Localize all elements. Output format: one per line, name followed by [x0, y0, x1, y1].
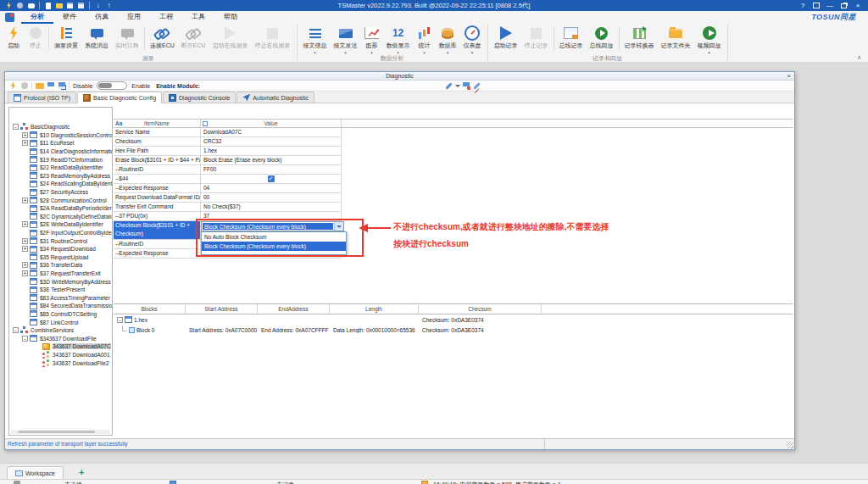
value-cell[interactable]: CRC32	[201, 137, 342, 147]
tree-item[interactable]: + $36 TransferData	[9, 261, 112, 270]
value-cell[interactable]: DownloadA07C	[201, 128, 342, 137]
toolbar-icon[interactable]	[8, 81, 19, 91]
tree-item[interactable]: $24 ReadScalingDataByIdentifier	[9, 180, 112, 188]
tree-item[interactable]: $2F InputOutputControlByIdentifier	[9, 229, 112, 237]
resize-grip[interactable]	[787, 442, 793, 448]
tree-item[interactable]: $2C DynamicallyDefineDataIdentifier	[9, 213, 112, 221]
length-header[interactable]: Length	[330, 304, 419, 314]
add-workspace-button[interactable]: +	[79, 468, 84, 477]
itemname-header[interactable]: ItemName	[144, 120, 170, 126]
ribbon-button[interactable]: 图形 ▾	[361, 24, 383, 54]
expand-toggle-icon[interactable]: +	[22, 132, 28, 138]
tree-item[interactable]: + $37 RequestTransferExit	[9, 270, 112, 278]
item-name-cell[interactable]: Transfer Exit Command	[114, 203, 201, 212]
value-cell[interactable]: ✓	[201, 175, 342, 184]
tree-item[interactable]: $2A ReadDataByPeriodicIdentifier	[9, 204, 112, 213]
ribbon-button[interactable]: 系统消息	[81, 24, 112, 54]
item-name-cell[interactable]: Request Download DataFormat ID(0x)	[114, 193, 201, 203]
ribbon-button[interactable]	[48, 27, 49, 51]
hex-file-row[interactable]: - 1.hex Checksum: 0xDA3E0374	[114, 314, 793, 325]
ribbon-button[interactable]: 总线记录	[556, 24, 587, 54]
tree-item[interactable]: $83 AccessTimingParameter	[9, 293, 112, 302]
value-cell[interactable]: 04	[201, 184, 342, 193]
ribbon-button[interactable]: 视频回放 ▾	[694, 24, 725, 54]
start-address-header[interactable]: Start Address	[186, 304, 258, 314]
tree-item[interactable]: $3E TesterPresent	[9, 286, 112, 294]
tree-item[interactable]: + $28 CommunicationControl	[9, 196, 112, 204]
collapse-toggle-icon[interactable]: -	[117, 317, 123, 323]
tree-item[interactable]: - $343637 DownloadFile	[9, 334, 112, 342]
tree-item[interactable]: $27 SecurityAccess	[9, 188, 112, 197]
ribbon-button[interactable]: 数据库 ▾	[436, 24, 460, 54]
quick-access-icon[interactable]	[39, 2, 40, 9]
toolbar-icon[interactable]	[45, 81, 56, 91]
scrollbar-thumb[interactable]	[18, 431, 95, 433]
ribbon-button[interactable]	[144, 27, 145, 51]
horizontal-scrollbar[interactable]	[11, 430, 110, 434]
menu-tab[interactable]: 工程	[150, 11, 182, 24]
value-cell[interactable]: 37	[201, 212, 342, 221]
toolbar-icon[interactable]	[67, 81, 71, 91]
close-icon[interactable]: ×	[787, 72, 791, 81]
quick-access-icon[interactable]	[43, 1, 53, 10]
quick-access-icon[interactable]	[104, 1, 114, 10]
table-row[interactable]: Service Name DownloadA07C	[114, 128, 793, 137]
item-name-cell[interactable]: --37 PDU(0x)	[114, 212, 201, 221]
ribbon-button[interactable]: 记录文件夹	[658, 24, 694, 54]
menu-tab[interactable]: 帮助	[214, 11, 247, 24]
quick-access-icon[interactable]	[93, 1, 103, 10]
checksum-header[interactable]: Checsum	[419, 304, 542, 314]
value-cell[interactable]: 00	[201, 193, 342, 203]
quick-access-icon[interactable]	[76, 1, 86, 10]
item-name-cell[interactable]: --Expected Response	[114, 184, 201, 193]
tree-item[interactable]: $3D WriteMemoryByAddress	[9, 277, 112, 286]
ribbon-button[interactable]: 12 数值显示 ▾	[383, 24, 414, 54]
close-button[interactable]: ×	[851, 0, 865, 11]
quick-access-icon[interactable]	[65, 1, 75, 10]
item-name-cell[interactable]: Checksum	[114, 137, 201, 147]
expand-toggle-icon[interactable]: +	[22, 246, 28, 252]
ribbon-button[interactable]: 启动在线测量	[209, 24, 252, 54]
item-name-cell[interactable]: --RoutineID	[114, 165, 201, 175]
restore-button[interactable]	[841, 3, 847, 8]
quick-access-icon[interactable]	[54, 1, 64, 10]
expand-toggle-icon[interactable]: +	[22, 262, 28, 268]
ribbon-button[interactable]: 连接ECU	[147, 24, 178, 54]
workspace-tab[interactable]: Workspace	[7, 466, 64, 479]
dropdown-option[interactable]: Block Checksum (Checksum every block)	[202, 242, 346, 251]
expand-toggle-icon[interactable]: -	[13, 327, 19, 333]
table-row[interactable]: --RoutineID FF00	[114, 165, 793, 175]
ribbon-button[interactable]	[619, 27, 620, 51]
menu-tab[interactable]: 工具	[182, 11, 214, 24]
diagnostic-tab[interactable]: Basic Diagnostic Config	[77, 92, 162, 103]
app-logo-icon[interactable]	[5, 13, 14, 22]
item-name-cell[interactable]: Service Name	[114, 128, 201, 137]
combobox-dropdown-icon[interactable]	[334, 222, 343, 231]
ribbon-button[interactable]: 启动记录	[491, 24, 521, 54]
item-name-cell[interactable]: --Expected Response	[114, 249, 201, 259]
expand-toggle-icon[interactable]: +	[22, 221, 28, 227]
toolbar-icon[interactable]	[19, 81, 30, 91]
tree-item[interactable]: $35 RequestUpload	[9, 253, 112, 262]
diagnostic-window-titlebar[interactable]: Diagnostic ×	[5, 72, 794, 81]
end-address-header[interactable]: EndAddress	[258, 304, 330, 314]
ribbon-button[interactable]: 报文信息 ▾	[300, 24, 331, 54]
ribbon-button[interactable]: 停止在线测量	[252, 24, 294, 54]
quick-access-icon[interactable]	[89, 2, 90, 9]
ribbon-button[interactable]: 仪表盘 ▾	[460, 24, 485, 54]
ribbon-button[interactable]: 停止记录	[521, 24, 552, 54]
toolbar-icon[interactable]	[454, 81, 460, 91]
expand-toggle-icon[interactable]: +	[22, 238, 28, 244]
value-cell[interactable]: Block Erase (Erase every block)	[201, 156, 342, 165]
diagnostic-tab[interactable]: Diagnostic Console	[163, 92, 236, 103]
ribbon-button[interactable]: 断开ECU	[178, 24, 209, 54]
expand-toggle-icon[interactable]: -	[22, 336, 28, 342]
minimize-button[interactable]: —	[823, 0, 837, 11]
toolbar-icon[interactable]	[443, 81, 454, 91]
table-row[interactable]: Request Download DataFormat ID(0x) 00	[114, 193, 793, 203]
menu-tab[interactable]: 分析	[21, 11, 53, 24]
expand-toggle-icon[interactable]: -	[13, 124, 19, 130]
tree-item[interactable]: + $10 DiagnosticSessionControl	[9, 131, 112, 140]
quick-access-icon[interactable]	[4, 1, 14, 10]
item-name-cell[interactable]: Hex File Path	[114, 147, 201, 156]
